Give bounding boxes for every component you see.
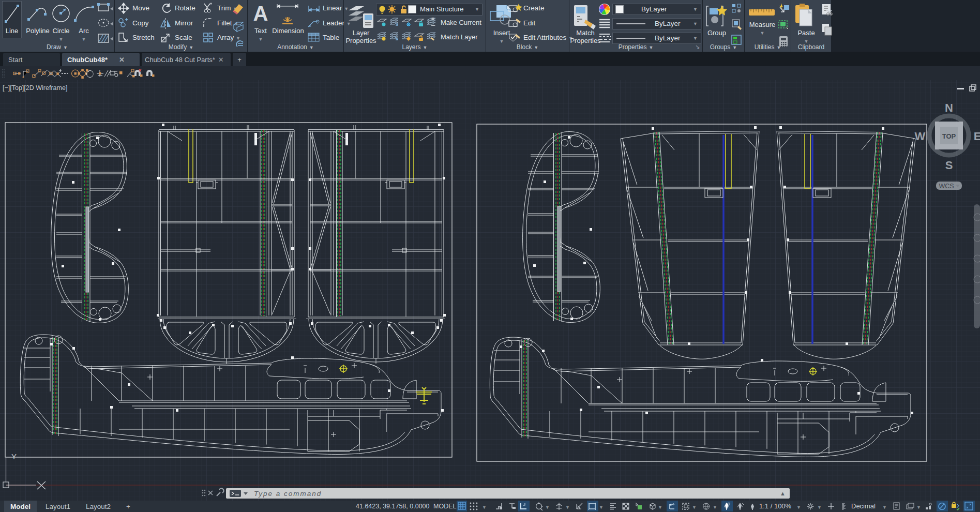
svg-text:▼: ▼ [692, 505, 697, 510]
svg-text:▼: ▼ [817, 505, 822, 510]
svg-text:N: N [945, 101, 953, 114]
svg-text:WCS: WCS [939, 183, 954, 190]
svg-text:▼: ▼ [599, 505, 604, 510]
svg-text:Y: Y [11, 452, 17, 461]
svg-text:S: S [945, 159, 953, 172]
svg-text:▼: ▼ [882, 505, 887, 510]
svg-text:W: W [915, 130, 926, 143]
svg-text:▼: ▼ [482, 505, 487, 510]
svg-text:▼: ▼ [658, 505, 662, 510]
svg-text:TOP: TOP [942, 132, 956, 140]
svg-text:▼: ▼ [796, 505, 801, 510]
svg-text:▼: ▼ [565, 505, 570, 510]
svg-text:▼: ▼ [713, 505, 717, 510]
svg-text:E: E [974, 130, 980, 143]
svg-text:▼: ▼ [916, 505, 921, 510]
svg-text:▼: ▼ [545, 505, 550, 510]
svg-text:Decimal: Decimal [851, 502, 876, 510]
svg-text:1:1 / 100%: 1:1 / 100% [759, 502, 792, 510]
